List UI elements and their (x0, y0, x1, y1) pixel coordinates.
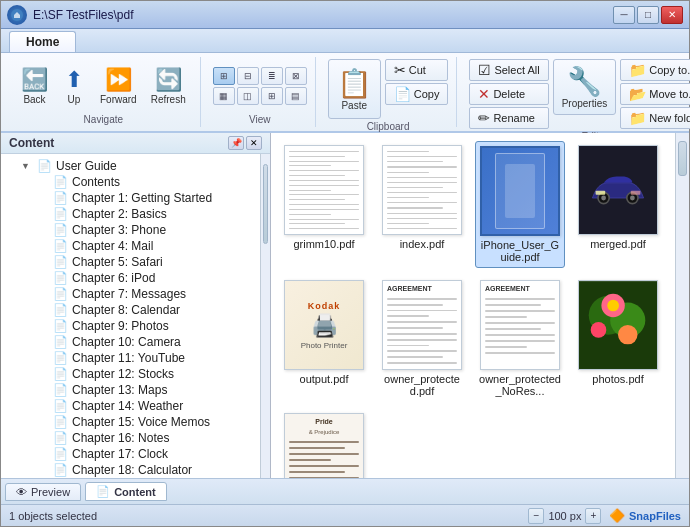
ribbon-clipboard-group: 📋 Paste ✂ Cut 📄 Copy Clipboard (320, 57, 458, 127)
user-guide-icon: 📄 (37, 159, 53, 173)
view-btn-1[interactable]: ⊞ (213, 67, 235, 85)
user-guide-label: User Guide (56, 159, 117, 173)
tree-item-ch11[interactable]: 📄 Chapter 11: YouTube (1, 350, 260, 366)
right-panel: grimm10.pdf (271, 133, 689, 478)
tree-item-ch17[interactable]: 📄 Chapter 17: Clock (1, 446, 260, 462)
new-folder-button[interactable]: 📁 New folder (620, 107, 690, 129)
ch15-label: Chapter 15: Voice Memos (72, 415, 210, 429)
tab-preview[interactable]: 👁 Preview (5, 483, 81, 501)
tree-item-ch2[interactable]: 📄 Chapter 2: Basics (1, 206, 260, 222)
properties-button[interactable]: 🔧 Properties (553, 59, 617, 115)
file-name-grimm10: grimm10.pdf (293, 238, 354, 250)
tree-wrapper: ▼ 📄 User Guide 📄 Contents 📄 C (1, 154, 260, 478)
tree-item-user-guide[interactable]: ▼ 📄 User Guide (1, 158, 260, 174)
tree-item-ch16[interactable]: 📄 Chapter 16: Notes (1, 430, 260, 446)
ch7-label: Chapter 7: Messages (72, 287, 186, 301)
close-button[interactable]: ✕ (661, 6, 683, 24)
select-all-button[interactable]: ☑ Select All (469, 59, 548, 81)
tree-item-ch5[interactable]: 📄 Chapter 5: Safari (1, 254, 260, 270)
tabs-row: Home (1, 29, 689, 53)
file-item-index[interactable]: index.pdf (377, 141, 467, 268)
tree-item-ch9[interactable]: 📄 Chapter 9: Photos (1, 318, 260, 334)
tree-item-ch8[interactable]: 📄 Chapter 8: Calendar (1, 302, 260, 318)
delete-button[interactable]: ✕ Delete (469, 83, 548, 105)
ch8-label: Chapter 8: Calendar (72, 303, 180, 317)
copy-to-button[interactable]: 📁 Copy to... (620, 59, 690, 81)
view-btn-3[interactable]: ≣ (261, 67, 283, 85)
view-btn-5[interactable]: ▦ (213, 87, 235, 105)
zoom-control: − 100 px + (528, 508, 601, 524)
tree-item-ch14[interactable]: 📄 Chapter 14: Weather (1, 398, 260, 414)
ch1-icon: 📄 (53, 191, 69, 205)
back-label: Back (23, 94, 45, 105)
tree-item-ch15[interactable]: 📄 Chapter 15: Voice Memos (1, 414, 260, 430)
move-to-button[interactable]: 📂 Move to... (620, 83, 690, 105)
panel-pin-button[interactable]: 📌 (228, 136, 244, 150)
tree-scrollbar[interactable] (260, 154, 270, 478)
right-scroll-thumb[interactable] (678, 141, 687, 176)
tree-scroll-thumb[interactable] (263, 164, 268, 244)
rename-button[interactable]: ✏ Rename (469, 107, 548, 129)
forward-button[interactable]: ⏩ Forward (94, 64, 143, 108)
output-preview: Kodak 🖨️ Photo Printer (285, 281, 363, 369)
back-button[interactable]: 🔙 Back (15, 64, 54, 108)
file-item-owner-no-res[interactable]: AGREEMENT owner_protected_NoRes... (475, 276, 565, 401)
tree-item-ch1[interactable]: 📄 Chapter 1: Getting Started (1, 190, 260, 206)
svg-rect-15 (579, 345, 657, 369)
expand-icon: ▼ (21, 161, 37, 171)
refresh-button[interactable]: 🔄 Refresh (145, 64, 192, 108)
file-item-merged[interactable]: merged.pdf (573, 141, 663, 268)
ch8-icon: 📄 (53, 303, 69, 317)
file-item-grimm10[interactable]: grimm10.pdf (279, 141, 369, 268)
view-btn-6[interactable]: ◫ (237, 87, 259, 105)
tab-content[interactable]: 📄 Content (85, 482, 167, 501)
tab-home[interactable]: Home (9, 31, 76, 52)
kodak-label: Kodak (308, 301, 341, 311)
ch6-label: Chapter 6: iPod (72, 271, 155, 285)
view-btn-7[interactable]: ⊞ (261, 87, 283, 105)
panel-close-button[interactable]: ✕ (246, 136, 262, 150)
cut-button[interactable]: ✂ Cut (385, 59, 449, 81)
refresh-label: Refresh (151, 94, 186, 105)
paste-button[interactable]: 📋 Paste (328, 59, 381, 119)
tree-item-ch12[interactable]: 📄 Chapter 12: Stocks (1, 366, 260, 382)
file-item-pride[interactable]: Pride & Prejudice (279, 409, 369, 478)
file-item-iphone-guide[interactable]: iPhone_User_Guide.pdf (475, 141, 565, 268)
file-item-photos[interactable]: photos.pdf (573, 276, 663, 401)
maximize-button[interactable]: □ (637, 6, 659, 24)
ch16-icon: 📄 (53, 431, 69, 445)
view-btn-8[interactable]: ▤ (285, 87, 307, 105)
zoom-out-button[interactable]: − (528, 508, 544, 524)
minimize-button[interactable]: ─ (613, 6, 635, 24)
content-tab-label: Content (114, 486, 156, 498)
tree-item-ch3[interactable]: 📄 Chapter 3: Phone (1, 222, 260, 238)
tree-item-ch18[interactable]: 📄 Chapter 18: Calculator (1, 462, 260, 478)
file-thumb-index (382, 145, 462, 235)
tree-item-ch4[interactable]: 📄 Chapter 4: Mail (1, 238, 260, 254)
iphone-guide-preview (482, 148, 558, 234)
zoom-in-button[interactable]: + (585, 508, 601, 524)
copy-button[interactable]: 📄 Copy (385, 83, 449, 105)
right-scrollbar[interactable] (675, 133, 689, 478)
up-button[interactable]: ⬆ Up (56, 64, 92, 108)
tree-item-contents[interactable]: 📄 Contents (1, 174, 260, 190)
edit-left-col: ☑ Select All ✕ Delete ✏ Rename (469, 59, 548, 129)
up-icon: ⬆ (65, 67, 83, 93)
content-tree: ▼ 📄 User Guide 📄 Contents 📄 C (1, 154, 260, 478)
rename-label: Rename (493, 112, 535, 124)
index-preview (383, 146, 461, 234)
copy-to-label: Copy to... (649, 64, 690, 76)
view-btn-2[interactable]: ⊟ (237, 67, 259, 85)
panel-controls: 📌 ✕ (228, 136, 262, 150)
view-btn-4[interactable]: ⊠ (285, 67, 307, 85)
ch4-icon: 📄 (53, 239, 69, 253)
left-panel: Content 📌 ✕ ▼ 📄 User Guide (1, 133, 271, 478)
tree-item-ch10[interactable]: 📄 Chapter 10: Camera (1, 334, 260, 350)
iphone-screen (505, 164, 535, 218)
ch7-icon: 📄 (53, 287, 69, 301)
tree-item-ch7[interactable]: 📄 Chapter 7: Messages (1, 286, 260, 302)
tree-item-ch6[interactable]: 📄 Chapter 6: iPod (1, 270, 260, 286)
file-item-owner-protected[interactable]: AGREEMENT owner_protected.pdf (377, 276, 467, 401)
tree-item-ch13[interactable]: 📄 Chapter 13: Maps (1, 382, 260, 398)
file-item-output[interactable]: Kodak 🖨️ Photo Printer output.pdf (279, 276, 369, 401)
